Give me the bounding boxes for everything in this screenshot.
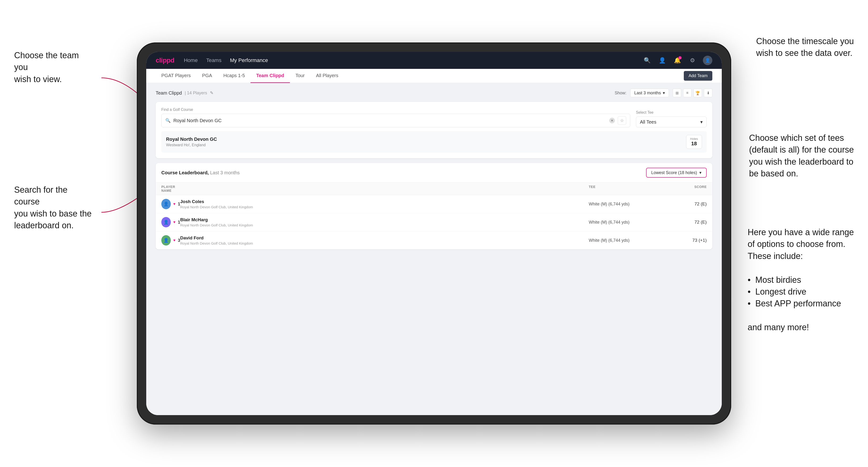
player-details-2: Blair McHarg Royal North Devon Golf Club… [180,217,589,227]
course-info: Royal North Devon GC Westward Ho!, Engla… [166,136,217,147]
leaderboard-title: Course Leaderboard, Last 3 months [161,170,240,176]
player-name-2: Blair McHarg [180,217,589,222]
search-icon: 🔍 [165,118,170,123]
favourite-button[interactable]: ☆ [618,116,626,125]
grid-view-btn[interactable]: ⊞ [673,89,681,97]
search-icon-btn[interactable]: 🔍 [643,56,652,65]
tab-pgat-players[interactable]: PGAT Players [156,69,196,83]
course-search-input[interactable] [173,118,607,123]
annotation-bottom-left: Search for the courseyou wish to base th… [14,184,94,231]
show-label: Show: [615,91,626,96]
trophy-view-btn[interactable]: 🏆 [693,89,702,97]
player-rank-2: 👤 ♥ 1 [161,217,180,227]
table-row: 👤 ♥ 1 Josh Coles Royal North Devon Golf … [156,195,712,213]
tab-pga[interactable]: PGA [196,69,218,83]
people-icon-btn[interactable]: 👤 [658,56,667,65]
leaderboard-table: PLAYER NAME TEE SCORE 👤 ♥ 1 Josh [156,183,712,249]
main-content: Team Clippd | 14 Players ✎ Show: Last 3 … [146,83,722,415]
col-header-player: PLAYER NAME [161,185,180,192]
user-avatar[interactable]: 👤 [703,56,712,65]
team-title-text: Team Clippd [156,90,182,96]
secondary-nav: PGAT Players PGA Hcaps 1-5 Team Clippd T… [146,69,722,83]
table-header: PLAYER NAME TEE SCORE [156,183,712,195]
player-club-3: Royal North Devon Golf Club, United King… [180,241,589,245]
leaderboard-title-text: Course Leaderboard, [161,170,209,175]
nav-icons: 🔍 👤 🔔 1 ⚙ 👤 [643,56,712,65]
clear-search-button[interactable]: ✕ [609,118,615,123]
app-navbar: clippd Home Teams My Performance 🔍 👤 🔔 1… [146,52,722,69]
score-filter-value: Lowest Score (18 holes) [651,170,697,175]
leaderboard-section: Course Leaderboard, Last 3 months Lowest… [156,163,712,249]
download-btn[interactable]: ⬇ [704,89,712,97]
search-group: Find a Golf Course 🔍 ✕ ☆ [161,107,630,127]
chevron-down-icon: ▾ [663,90,665,96]
table-row: 👤 ♥ 3 David Ford Royal North Devon Golf … [156,231,712,249]
player-name-1: Josh Coles [180,199,589,204]
search-panel: Find a Golf Course 🔍 ✕ ☆ Select Tee All … [156,102,712,158]
bell-icon-btn[interactable]: 🔔 1 [673,56,682,65]
col-header-empty [180,185,589,192]
nav-logo: clippd [156,57,174,64]
leaderboard-subtitle: Last 3 months [210,170,240,175]
score-chevron-icon: ▾ [700,170,702,175]
tab-tour[interactable]: Tour [290,69,310,83]
team-header: Team Clippd | 14 Players ✎ Show: Last 3 … [156,89,712,97]
holes-label: Holes [690,137,698,141]
player-count: | 14 Players [185,91,207,96]
find-course-label: Find a Golf Course [161,107,630,112]
nav-link-teams[interactable]: Teams [206,57,221,63]
holes-value: 18 [691,141,697,147]
course-result: Royal North Devon GC Westward Ho!, Engla… [161,131,707,153]
team-title: Team Clippd | 14 Players ✎ [156,90,214,96]
heart-icon-3: ♥ [173,238,176,243]
holes-badge: Holes 18 [686,135,702,149]
heart-icon-2: ♥ [173,220,176,224]
tee-info-3: White (M) (6,744 yds) [589,238,659,243]
time-filter-dropdown[interactable]: Last 3 months ▾ [630,89,669,97]
tee-value: All Tees [640,119,656,125]
score-val-1: 72 (E) [659,201,707,207]
nav-link-home[interactable]: Home [184,57,198,63]
tee-info-2: White (M) (6,744 yds) [589,220,659,225]
score-val-3: 73 (+1) [659,238,707,243]
player-avatar-3: 👤 [161,235,171,246]
tablet-screen: clippd Home Teams My Performance 🔍 👤 🔔 1… [146,52,722,415]
score-val-2: 72 (E) [659,220,707,225]
player-rank-3: 👤 ♥ 3 [161,235,180,246]
player-club-1: Royal North Devon Golf Club, United King… [180,205,589,209]
table-row: 👤 ♥ 1 Blair McHarg Royal North Devon Gol… [156,213,712,231]
view-icons: ⊞ ≡ 🏆 ⬇ [673,89,712,97]
nav-link-myperformance[interactable]: My Performance [230,57,268,63]
player-details-1: Josh Coles Royal North Devon Golf Club, … [180,199,589,209]
tab-hcaps[interactable]: Hcaps 1-5 [218,69,250,83]
player-name-3: David Ford [180,236,589,241]
list-view-btn[interactable]: ≡ [683,89,691,97]
select-tee-label: Select Tee [636,111,707,115]
annotation-mid-right: Choose which set of tees(default is all)… [749,132,854,180]
annotation-bottom-right: Here you have a wide rangeof options to … [748,226,854,334]
annotation-top-left: Choose the team youwish to view. [14,50,94,85]
tee-dropdown[interactable]: All Tees ▾ [636,117,707,127]
player-rank-1: 👤 ♥ 1 [161,199,180,209]
heart-icon-1: ♥ [173,202,176,206]
score-filter-dropdown[interactable]: Lowest Score (18 holes) ▾ [646,168,707,178]
edit-team-icon[interactable]: ✎ [210,90,214,96]
col-header-tee: TEE [589,185,659,192]
course-location: Westward Ho!, England [166,143,217,147]
add-team-button[interactable]: Add Team [684,71,712,81]
search-input-wrapper[interactable]: 🔍 ✕ ☆ [161,114,630,127]
search-row: Find a Golf Course 🔍 ✕ ☆ Select Tee All … [161,107,707,127]
settings-icon-btn[interactable]: ⚙ [688,56,697,65]
rank-num-3: 3 [178,238,180,243]
time-filter-value: Last 3 months [634,91,661,96]
tab-team-clippd[interactable]: Team Clippd [250,69,290,83]
tee-select-group: Select Tee All Tees ▾ [636,111,707,127]
tee-chevron-icon: ▾ [700,119,703,125]
course-name: Royal North Devon GC [166,136,217,142]
player-details-3: David Ford Royal North Devon Golf Club, … [180,236,589,245]
player-club-2: Royal North Devon Golf Club, United King… [180,223,589,227]
tab-all-players[interactable]: All Players [310,69,344,83]
show-controls: Show: Last 3 months ▾ ⊞ ≡ 🏆 ⬇ [615,89,712,97]
col-header-score: SCORE [659,185,707,192]
notification-badge: 1 [678,56,682,59]
